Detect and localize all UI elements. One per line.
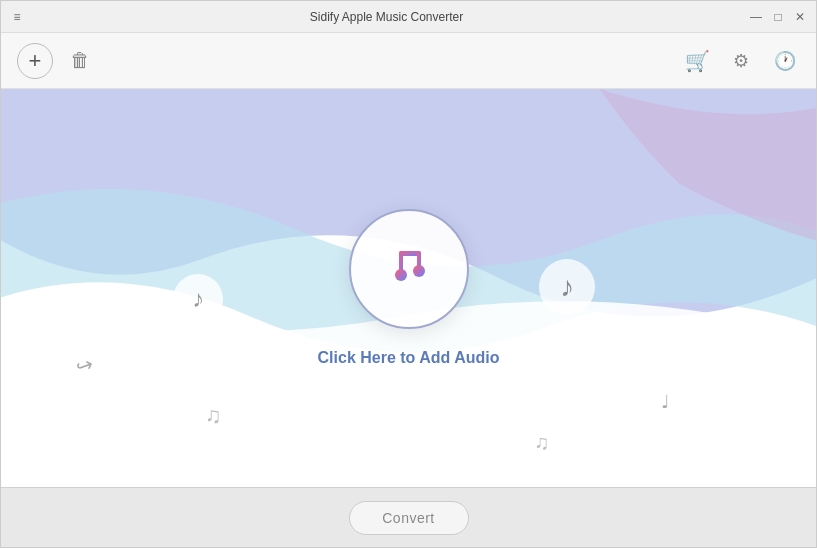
window-controls: — □ ✕ [748, 9, 808, 25]
minimize-btn[interactable]: — [748, 9, 764, 25]
main-content[interactable]: ♪ ↪ ♫ ♪ ♩ ♫ [1, 89, 816, 487]
svg-point-4 [395, 269, 407, 281]
center-area[interactable]: Click Here to Add Audio [1, 89, 816, 487]
main-icon-circle[interactable] [349, 209, 469, 329]
cart-button[interactable]: 🛒 [682, 46, 712, 76]
maximize-btn[interactable]: □ [770, 9, 786, 25]
convert-button[interactable]: Convert [349, 501, 469, 535]
svg-point-5 [413, 265, 425, 277]
close-btn[interactable]: ✕ [792, 9, 808, 25]
title-bar-left-controls: ≡ [9, 9, 25, 25]
apple-music-icon [377, 237, 441, 301]
toolbar: + 🗑 🛒 ⚙ 🕐 [1, 33, 816, 89]
bottom-bar: Convert [1, 487, 816, 547]
toolbar-right: 🛒 ⚙ 🕐 [682, 46, 800, 76]
add-audio-text[interactable]: Click Here to Add Audio [318, 349, 500, 367]
app-window: ≡ Sidify Apple Music Converter — □ ✕ + 🗑… [0, 0, 817, 548]
settings-button[interactable]: ⚙ [726, 46, 756, 76]
app-title: Sidify Apple Music Converter [25, 10, 748, 24]
delete-button[interactable]: 🗑 [65, 46, 95, 76]
menu-btn[interactable]: ≡ [9, 9, 25, 25]
history-button[interactable]: 🕐 [770, 46, 800, 76]
toolbar-left: + 🗑 [17, 43, 95, 79]
add-button[interactable]: + [17, 43, 53, 79]
title-bar: ≡ Sidify Apple Music Converter — □ ✕ [1, 1, 816, 33]
